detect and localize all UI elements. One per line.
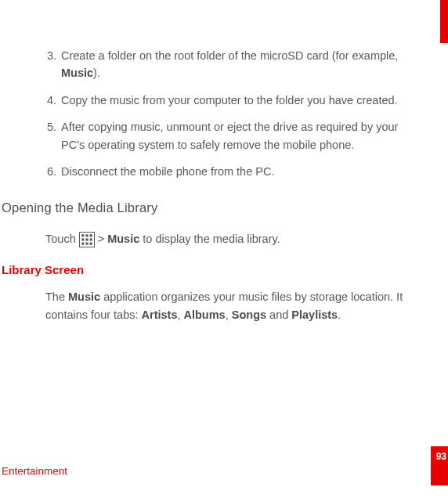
bold: Music [68,290,100,303]
breadcrumb-separator: > [98,230,104,247]
step-number: 5. [47,118,61,153]
bold: Artists [142,309,178,321]
step-6: 6. Disconnect the mobile phone from the … [47,163,431,180]
step-text: After copying music, unmount or eject th… [61,118,431,153]
text: Create a folder on the root folder of th… [61,49,398,62]
library-screen-paragraph: The Music application organizes your mus… [0,288,431,323]
step-3: 3. Create a folder on the root folder of… [47,47,431,82]
svg-rect-2 [89,234,92,236]
text: , [177,309,183,321]
page: 3. Create a folder on the root folder of… [0,0,448,498]
text: Disconnect the mobile phone from the PC. [61,165,274,178]
bold: Playlists [291,309,338,321]
bold: Music [107,230,139,247]
text: The [45,290,68,303]
step-list: 3. Create a folder on the root folder of… [0,47,431,181]
step-text: Create a folder on the root folder of th… [61,47,431,82]
svg-rect-6 [81,242,84,244]
text: , [226,309,232,321]
svg-rect-0 [81,234,84,236]
svg-rect-4 [85,238,88,240]
svg-rect-5 [89,238,92,240]
bold: Songs [232,309,266,321]
step-number: 4. [47,92,61,109]
subheading-library-screen: Library Screen [2,261,431,279]
bold: Albums [184,309,226,321]
svg-rect-8 [89,242,92,244]
apps-grid-icon [79,232,95,247]
step-number: 3. [47,47,61,82]
step-text: Copy the music from your computer to the… [61,92,431,109]
text: Touch [45,230,76,247]
text: to display the media library. [143,230,280,247]
svg-rect-7 [85,242,88,244]
bold: Music [61,67,93,79]
step-text: Disconnect the mobile phone from the PC. [61,163,431,180]
page-number: 93 [436,449,446,464]
step-4: 4. Copy the music from your computer to … [47,92,431,109]
svg-rect-1 [85,234,88,236]
text: and [266,309,291,321]
step-number: 6. [47,163,61,180]
step-5: 5. After copying music, unmount or eject… [47,118,431,153]
footer-section-label: Entertainment [2,464,67,480]
text: . [338,309,341,321]
heading-opening-media-library: Opening the Media Library [0,198,431,218]
accent-strip-top [440,0,448,43]
svg-rect-3 [81,238,84,240]
text: ). [93,67,100,79]
text: After copying music, unmount or eject th… [61,121,398,150]
text: Copy the music from your computer to the… [61,94,398,106]
touch-instruction: Touch > Music to display the media libra… [0,230,431,247]
